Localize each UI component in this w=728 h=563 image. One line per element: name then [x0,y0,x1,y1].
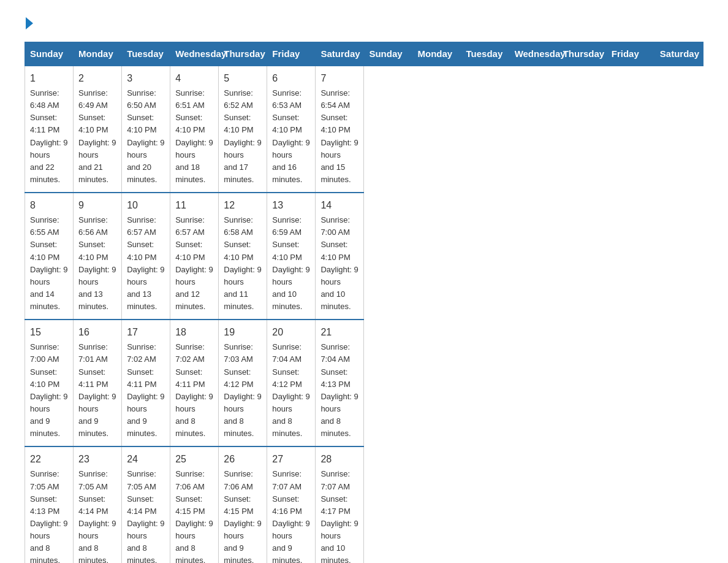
calendar-cell: 11Sunrise: 6:57 AMSunset: 4:10 PMDayligh… [170,193,219,320]
calendar-cell: 8Sunrise: 6:55 AMSunset: 4:10 PMDaylight… [25,193,74,320]
page-header [25,18,703,29]
day-number: 2 [78,71,116,86]
day-number: 27 [272,452,310,467]
day-number: 9 [78,198,116,213]
day-number: 26 [224,452,262,467]
day-info: Sunrise: 7:02 AMSunset: 4:11 PMDaylight:… [175,341,213,440]
day-info: Sunrise: 7:02 AMSunset: 4:11 PMDaylight:… [127,341,165,440]
calendar-week-row: 1Sunrise: 6:48 AMSunset: 4:11 PMDaylight… [25,66,703,193]
calendar-cell: 23Sunrise: 7:05 AMSunset: 4:14 PMDayligh… [74,446,122,563]
day-info: Sunrise: 6:49 AMSunset: 4:10 PMDaylight:… [78,87,116,186]
calendar-cell: 16Sunrise: 7:01 AMSunset: 4:11 PMDayligh… [74,320,122,446]
day-info: Sunrise: 7:07 AMSunset: 4:17 PMDaylight:… [320,468,358,563]
day-number: 22 [30,452,68,467]
col-header-friday: Friday [606,42,654,66]
col-header-thursday: Thursday [219,42,267,66]
col-header-sunday: Sunday [25,42,74,66]
calendar-header-row: SundayMondayTuesdayWednesdayThursdayFrid… [25,42,703,66]
day-info: Sunrise: 6:55 AMSunset: 4:10 PMDaylight:… [30,214,68,313]
calendar-cell: 12Sunrise: 6:58 AMSunset: 4:10 PMDayligh… [219,193,267,320]
day-number: 6 [272,71,310,86]
calendar-cell: 18Sunrise: 7:02 AMSunset: 4:11 PMDayligh… [170,320,219,446]
day-number: 10 [127,198,165,213]
logo [25,18,33,29]
day-number: 21 [320,325,358,340]
calendar-cell: 6Sunrise: 6:53 AMSunset: 4:10 PMDaylight… [267,66,316,193]
calendar-cell: 9Sunrise: 6:56 AMSunset: 4:10 PMDaylight… [74,193,122,320]
day-number: 14 [320,198,358,213]
day-number: 1 [30,71,68,86]
day-number: 3 [127,71,165,86]
day-number: 5 [224,71,262,86]
day-number: 7 [320,71,358,86]
calendar-cell: 26Sunrise: 7:06 AMSunset: 4:15 PMDayligh… [219,446,267,563]
day-info: Sunrise: 6:48 AMSunset: 4:11 PMDaylight:… [30,87,68,186]
day-number: 24 [127,452,165,467]
calendar-cell: 10Sunrise: 6:57 AMSunset: 4:10 PMDayligh… [122,193,170,320]
day-info: Sunrise: 6:58 AMSunset: 4:10 PMDaylight:… [224,214,262,313]
col-header-saturday: Saturday [654,42,703,66]
calendar-cell: 5Sunrise: 6:52 AMSunset: 4:10 PMDaylight… [219,66,267,193]
calendar-table: SundayMondayTuesdayWednesdayThursdayFrid… [25,42,703,563]
day-number: 12 [224,198,262,213]
calendar-cell: 22Sunrise: 7:05 AMSunset: 4:13 PMDayligh… [25,446,74,563]
col-header-tuesday: Tuesday [122,42,170,66]
calendar-cell: 20Sunrise: 7:04 AMSunset: 4:12 PMDayligh… [267,320,316,446]
day-info: Sunrise: 6:54 AMSunset: 4:10 PMDaylight:… [320,87,358,186]
day-info: Sunrise: 7:06 AMSunset: 4:15 PMDaylight:… [175,468,213,563]
day-number: 16 [78,325,116,340]
calendar-cell: 1Sunrise: 6:48 AMSunset: 4:11 PMDaylight… [25,66,74,193]
day-info: Sunrise: 6:52 AMSunset: 4:10 PMDaylight:… [224,87,262,186]
calendar-cell: 25Sunrise: 7:06 AMSunset: 4:15 PMDayligh… [170,446,219,563]
day-info: Sunrise: 6:59 AMSunset: 4:10 PMDaylight:… [272,214,310,313]
col-header-thursday: Thursday [558,42,606,66]
col-header-friday: Friday [267,42,316,66]
calendar-cell: 17Sunrise: 7:02 AMSunset: 4:11 PMDayligh… [122,320,170,446]
col-header-wednesday: Wednesday [509,42,558,66]
col-header-saturday: Saturday [316,42,364,66]
day-info: Sunrise: 7:04 AMSunset: 4:12 PMDaylight:… [272,341,310,440]
col-header-tuesday: Tuesday [461,42,509,66]
day-number: 25 [175,452,213,467]
day-number: 17 [127,325,165,340]
col-header-monday: Monday [74,42,122,66]
calendar-cell: 24Sunrise: 7:05 AMSunset: 4:14 PMDayligh… [122,446,170,563]
calendar-week-row: 15Sunrise: 7:00 AMSunset: 4:10 PMDayligh… [25,320,703,446]
day-number: 15 [30,325,68,340]
day-number: 20 [272,325,310,340]
col-header-monday: Monday [412,42,461,66]
calendar-cell: 21Sunrise: 7:04 AMSunset: 4:13 PMDayligh… [316,320,364,446]
calendar-cell: 14Sunrise: 7:00 AMSunset: 4:10 PMDayligh… [316,193,364,320]
day-info: Sunrise: 7:04 AMSunset: 4:13 PMDaylight:… [320,341,358,440]
day-info: Sunrise: 7:05 AMSunset: 4:13 PMDaylight:… [30,468,68,563]
day-number: 8 [30,198,68,213]
calendar-cell: 7Sunrise: 6:54 AMSunset: 4:10 PMDaylight… [316,66,364,193]
day-number: 28 [320,452,358,467]
day-info: Sunrise: 6:50 AMSunset: 4:10 PMDaylight:… [127,87,165,186]
col-header-sunday: Sunday [364,42,412,66]
day-number: 18 [175,325,213,340]
calendar-cell: 15Sunrise: 7:00 AMSunset: 4:10 PMDayligh… [25,320,74,446]
day-info: Sunrise: 6:57 AMSunset: 4:10 PMDaylight:… [127,214,165,313]
day-info: Sunrise: 6:57 AMSunset: 4:10 PMDaylight:… [175,214,213,313]
calendar-cell: 3Sunrise: 6:50 AMSunset: 4:10 PMDaylight… [122,66,170,193]
day-number: 23 [78,452,116,467]
calendar-cell: 27Sunrise: 7:07 AMSunset: 4:16 PMDayligh… [267,446,316,563]
day-number: 13 [272,198,310,213]
day-info: Sunrise: 7:01 AMSunset: 4:11 PMDaylight:… [78,341,116,440]
day-info: Sunrise: 7:00 AMSunset: 4:10 PMDaylight:… [320,214,358,313]
calendar-week-row: 22Sunrise: 7:05 AMSunset: 4:13 PMDayligh… [25,446,703,563]
day-number: 4 [175,71,213,86]
day-number: 11 [175,198,213,213]
calendar-cell: 2Sunrise: 6:49 AMSunset: 4:10 PMDaylight… [74,66,122,193]
day-info: Sunrise: 7:03 AMSunset: 4:12 PMDaylight:… [224,341,262,440]
logo-arrow-icon [26,17,33,29]
day-info: Sunrise: 7:07 AMSunset: 4:16 PMDaylight:… [272,468,310,563]
day-info: Sunrise: 6:53 AMSunset: 4:10 PMDaylight:… [272,87,310,186]
day-info: Sunrise: 7:05 AMSunset: 4:14 PMDaylight:… [78,468,116,563]
calendar-week-row: 8Sunrise: 6:55 AMSunset: 4:10 PMDaylight… [25,193,703,320]
calendar-cell: 13Sunrise: 6:59 AMSunset: 4:10 PMDayligh… [267,193,316,320]
day-info: Sunrise: 6:56 AMSunset: 4:10 PMDaylight:… [78,214,116,313]
col-header-wednesday: Wednesday [170,42,219,66]
calendar-cell: 4Sunrise: 6:51 AMSunset: 4:10 PMDaylight… [170,66,219,193]
